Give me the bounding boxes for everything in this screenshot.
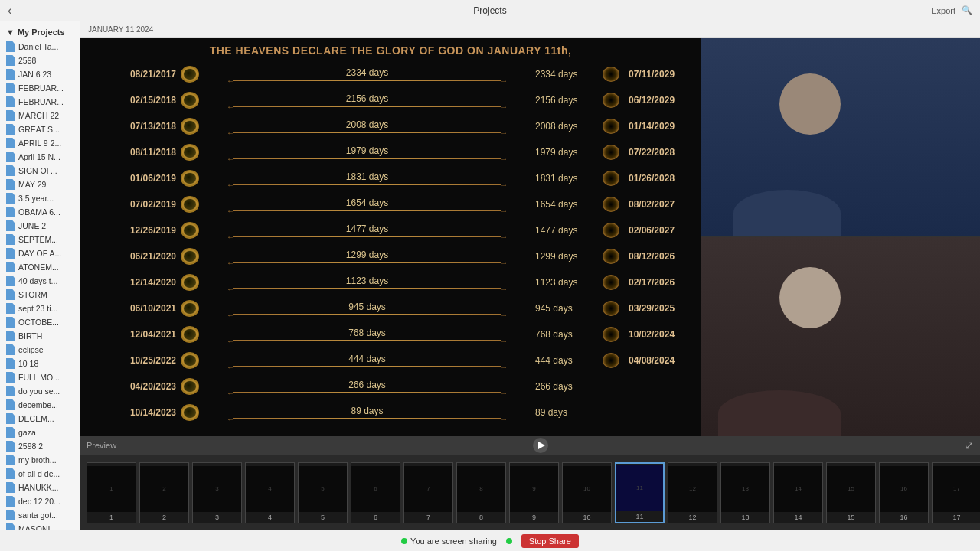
sidebar: ▼ My Projects Daniel Ta...2598JAN 6 23FE… [0,21,80,530]
thumb-num-16: 17 [952,512,960,523]
sidebar-item-masoni...[interactable]: MASONI... [0,522,80,530]
sidebar-item-label: JUNE 2 [18,221,46,230]
sidebar-item-greats...[interactable]: GREAT S... [0,122,80,136]
sidebar-item-3.5year...[interactable]: 3.5 year... [0,191,80,205]
sidebar-item-signof...[interactable]: SIGN OF... [0,164,80,178]
film-thumb-13[interactable]: 13 13 [720,462,770,523]
sidebar-item-septem...[interactable]: SEPTEM... [0,233,80,246]
eclipse-left-9 [181,300,199,317]
filmstrip: 1 1 2 2 3 3 4 4 5 5 6 6 7 7 8 [80,455,980,530]
fullscreen-icon[interactable]: ⤢ [965,439,974,452]
content-header: JANUARY 11 2024 [80,21,980,38]
film-thumb-10[interactable]: 10 10 [562,462,612,523]
thumb-num-5: 6 [374,512,377,523]
sidebar-item-octobe...[interactable]: OCTOBE... [0,315,80,329]
film-thumb-6[interactable]: 6 6 [351,462,400,523]
sidebar-item-may29[interactable]: MAY 29 [0,178,80,191]
person-1 [701,38,980,236]
thumb-num-10: 11 [635,511,643,522]
film-thumb-17[interactable]: 17 17 [932,462,980,523]
sidebar-item-hanukk...[interactable]: HANUKK... [0,481,80,494]
date-left-9: 06/10/2021 [93,303,181,314]
film-thumb-3[interactable]: 3 3 [192,462,242,523]
film-thumb-15[interactable]: 15 15 [826,462,876,523]
sidebar-item-fullmo...[interactable]: FULL MO... [0,370,80,384]
film-thumb-12[interactable]: 12 12 [668,462,717,523]
doc-icon [6,482,15,493]
sidebar-item-march22[interactable]: MARCH 22 [0,109,80,122]
film-thumb-16[interactable]: 16 16 [879,462,929,523]
sidebar-expand-icon[interactable]: ▼ [6,28,15,37]
sidebar-item-mybroth...[interactable]: my broth... [0,453,80,467]
sidebar-item-40dayst...[interactable]: 40 days t... [0,274,80,288]
sidebar-item-dayofa...[interactable]: DAY OF A... [0,246,80,260]
days-center-9: 945 days [199,302,535,315]
sidebar-item-ofalldde...[interactable]: of all d de... [0,467,80,481]
export-label[interactable]: Export [931,6,956,15]
sidebar-item-doyouse...[interactable]: do you se... [0,384,80,398]
days-label-right-0: 2334 days [535,69,596,80]
sidebar-item-santagot...[interactable]: santa got... [0,508,80,522]
stop-share-button[interactable]: Stop Share [521,534,579,548]
sidebar-item-gaza[interactable]: gaza [0,425,80,439]
sidebar-item-label: HANUKK... [18,483,59,492]
doc-icon [6,331,15,341]
eclipse-right-0 [603,67,619,82]
slide-inner: THE HEAVENS DECLARE THE GLORY OF GOD ON … [80,38,701,436]
sidebar-item-1018[interactable]: 10 18 [0,357,80,370]
eclipse-left-12 [181,378,199,395]
date-left-7: 06/21/2020 [93,251,181,262]
sidebar-item-obama6...[interactable]: OBAMA 6... [0,205,80,219]
film-thumb-9[interactable]: 9 9 [509,462,559,523]
film-thumb-14[interactable]: 14 14 [773,462,823,523]
arrow-line-10 [233,340,501,341]
sidebar-item-april15n...[interactable]: April 15 N... [0,150,80,164]
film-thumb-11[interactable]: 11 11 [615,462,665,523]
doc-icon [6,523,15,530]
eclipse-right-5 [603,197,619,212]
thumb-preview-15: 16 [880,466,928,512]
days-center-13: 89 days [199,406,535,419]
sidebar-item-2598[interactable]: 2598 [0,54,80,67]
film-thumb-7[interactable]: 7 7 [403,462,453,523]
film-thumb-2[interactable]: 2 2 [139,462,189,523]
thumb-preview-0: 1 [87,466,136,512]
play-button[interactable] [533,438,548,453]
sidebar-item-februar...[interactable]: FEBRUAR... [0,95,80,109]
film-thumb-5[interactable]: 5 5 [298,462,348,523]
search-icon[interactable]: 🔍 [962,5,972,15]
sidebar-item-label: decembe... [18,400,58,409]
eclipse-right-6 [603,223,619,238]
sidebar-item-birth[interactable]: BIRTH [0,329,80,343]
sidebar-item-sept23ti...[interactable]: sept 23 ti... [0,302,80,315]
sidebar-item-dec1220...[interactable]: dec 12 20... [0,494,80,508]
date-left-3: 08/11/2018 [93,147,181,158]
sidebar-item-eclipse[interactable]: eclipse [0,343,80,357]
sidebar-item-storm[interactable]: STORM [0,288,80,302]
doc-icon [6,152,15,162]
share-status-dot [401,538,407,544]
days-label-center-7: 1299 days [346,249,388,260]
film-thumb-1[interactable]: 1 1 [87,462,136,523]
sidebar-item-label: sept 23 ti... [18,304,57,313]
sidebar-item-label: GREAT S... [18,125,60,134]
sidebar-item-april92...[interactable]: APRIL 9 2... [0,136,80,150]
arrow-line-9 [233,314,501,315]
sidebar-item-label: 2598 2 [18,442,43,451]
sidebar-item-februar...[interactable]: FEBRUAR... [0,81,80,95]
film-thumb-4[interactable]: 4 4 [245,462,295,523]
sidebar-item-decem...[interactable]: DECEM... [0,412,80,425]
thumb-num-8: 9 [532,512,536,523]
sidebar-item-label: 10 18 [18,359,38,368]
sidebar-item-decembe...[interactable]: decembe... [0,398,80,412]
sidebar-item-jan623[interactable]: JAN 6 23 [0,67,80,81]
sidebar-item-danielta...[interactable]: Daniel Ta... [0,40,80,54]
sidebar-item-25982[interactable]: 2598 2 [0,439,80,453]
date-right-4: 01/26/2028 [626,173,688,184]
days-label-center-6: 1477 days [346,223,388,234]
back-button[interactable]: ‹ [8,4,11,18]
sidebar-item-atonem...[interactable]: ATONEM... [0,260,80,274]
sidebar-item-june2[interactable]: JUNE 2 [0,219,80,233]
film-thumb-8[interactable]: 8 8 [456,462,506,523]
sidebar-item-label: dec 12 20... [18,497,60,506]
